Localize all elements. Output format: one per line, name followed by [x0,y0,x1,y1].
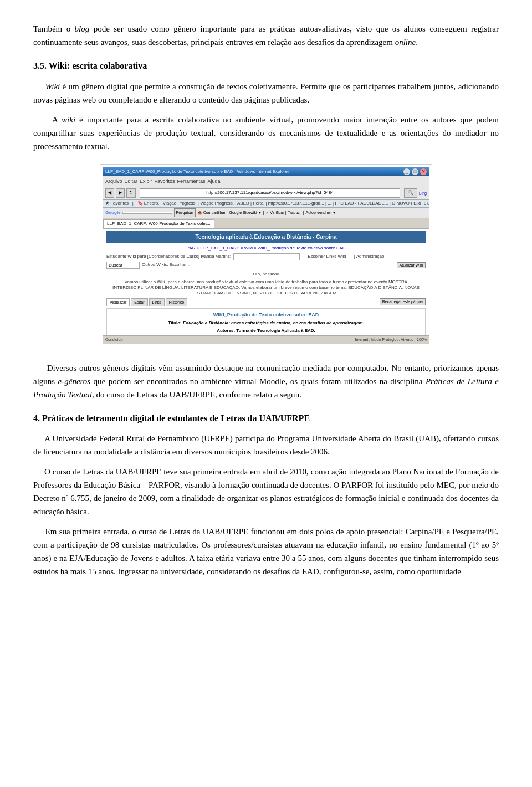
verificar-btn: ✓ Verificar | [265,209,286,216]
statusbar-right-text: Internet | Modo Protegido: Ativado 100% [355,336,427,343]
statusbar-protected: Internet | Modo Protegido: Ativado [355,338,414,341]
screenshot-tabrow: LLP_EAD_1_CARP: W00-Produção de Texto co… [103,218,429,229]
page-header-text: Tecnologia aplicada à Educação a Distânc… [196,234,337,240]
menu-ajuda: Ajuda [208,177,221,185]
wiki-content-title: WIKI_Produção de Texto coletivo sobre EA… [109,311,423,319]
screenshot-favbar: ★ Favoritos | 🔖 Encerp. | Viação Progres… [103,200,429,208]
intro-paragraph: Também o blog pode ser usado como gênero… [33,22,499,49]
back-btn: ◀ [105,188,114,198]
close-btn: ✕ [420,168,427,175]
menu-editar: Editar [125,177,138,185]
statusbar-zoom: 100% [417,338,427,341]
menu-arquivo: Arquivo [105,177,122,185]
wiki-desc2-paragraph: A wiki é importante para a escrita colab… [33,113,499,153]
titlebar-text: LLP_EAD_1_CARP:W00_Produção de Texto col… [105,168,289,176]
screenshot-page-content: Tecnologia aplicada à Educação a Distânc… [103,229,429,344]
section-35-heading: 3.5. Wiki: escrita colaborativa [33,59,499,73]
menu-ferramentas: Ferramentas [177,177,206,185]
google-sidewiki-btn: Google Sidewiki ▼ | [229,209,264,216]
screenshot-ola-text: Olá, pessoal! [106,272,426,277]
screenshot-page-header: Tecnologia aplicada à Educação a Distânc… [106,231,426,243]
tab-visualizar: Visualizar [106,298,130,306]
ufrpe-p3: Em sua primeira entrada, o curso de Letr… [33,525,499,578]
screenshot-googlebar: Google Pesquisar 📤 Compartilhar | Google… [103,208,429,218]
student-label: Estudante Wiki para [Coordenadores de Cu… [106,253,231,260]
administracao-label: | Administração [354,253,385,260]
screenshot-student-row: Estudante Wiki para [Coordenadores de Cu… [106,253,426,260]
autopreencher-btn: Autopreencher ▼ [306,209,336,216]
screenshot-titlebar: LLP_EAD_1_CARP:W00_Produção de Texto col… [103,167,429,177]
bing-label: Bing [419,190,427,196]
outros-wikis-select: Outros Wikis: Escolher... [142,262,190,269]
minimize-btn: _ [403,168,410,175]
titlebar-buttons: _ □ ✕ [403,168,427,175]
screenshot-addressbar-row: ◀ ▶ ↻ http://200.17.137.111/gradcacao/ps… [103,187,429,200]
maximize-btn: □ [412,168,418,175]
figure-05-container: LLP_EAD_1_CARP:W00_Produção de Texto col… [100,164,432,350]
atualizar-wiki-btn: Atualizar Wiki [397,262,426,268]
menu-favoritos: Favoritos [155,177,175,185]
outros-wikis-label: — Escolher Links Wiki — [302,253,352,260]
ufrpe-p1: A Universidade Federal Rural de Pernambu… [33,432,499,458]
address-bar: http://200.17.137.111/gradcacao/psc/mod/… [140,188,400,198]
wiki-def-paragraph: Wiki é um gênero digital que permite a c… [33,80,499,106]
main-content: Também o blog pode ser usado como gênero… [33,22,499,578]
screenshot-body-text: Vamos utilizar o WIKI para elaborar uma … [106,279,426,297]
diversos-paragraph: Diversos outros gêneros digitais vêm ass… [33,361,499,401]
statusbar-concluido: Concluído [105,336,123,343]
pesquisar-btn: Pesquisar [174,208,196,217]
buscar-input [106,262,140,269]
traduzir-btn: Traduzir | [288,209,304,216]
go-btn: 🔍 [404,188,417,198]
reload-btn: Recarregar esta página [380,298,426,305]
tab-links: Links [149,298,165,306]
forward-btn: ▶ [116,188,125,198]
wiki-screenshot-image: LLP_EAD_1_CARP:W00_Produção de Texto col… [103,167,429,344]
screenshot-menubar: Arquivo Editar Exibir Favoritos Ferramen… [103,176,429,187]
google-label: Google [105,209,121,217]
section-4-heading: 4. Práticas de letramento digital de est… [33,411,499,426]
screenshot-tab-active: LLP_EAD_1_CARP: W00-Produção de Texto co… [103,219,214,229]
tab-historico: Histórico [166,298,187,306]
wiki-content-autores: Autores: Turma de Tecnologia Aplicada à … [109,328,423,335]
google-search-box [122,212,172,214]
tab-editar: Editar [131,298,147,306]
refresh-btn: ↻ [126,188,136,198]
compartilhar-btn: 📤 Compartilhar | [197,209,228,216]
screenshot-breadcrumb: PAR » LLP_EAD_1_CARP » Wiki » WIKI_Produ… [106,245,426,252]
screenshot-search-row: Outros Wikis: Escolher... Atualizar Wiki [106,262,426,269]
screenshot-wiki-tabs: Visualizar Editar Links Histórico Recarr… [106,298,426,306]
ufrpe-p2: O curso de Letras da UAB/UFRPE teve sua … [33,465,499,518]
screenshot-statusbar: Concluído Internet | Modo Protegido: Ati… [103,335,429,343]
student-input [233,253,300,260]
menu-exibir: Exibir [140,177,152,185]
wiki-content-subtitle: Título: Educação a Distância: novas estr… [109,320,423,327]
